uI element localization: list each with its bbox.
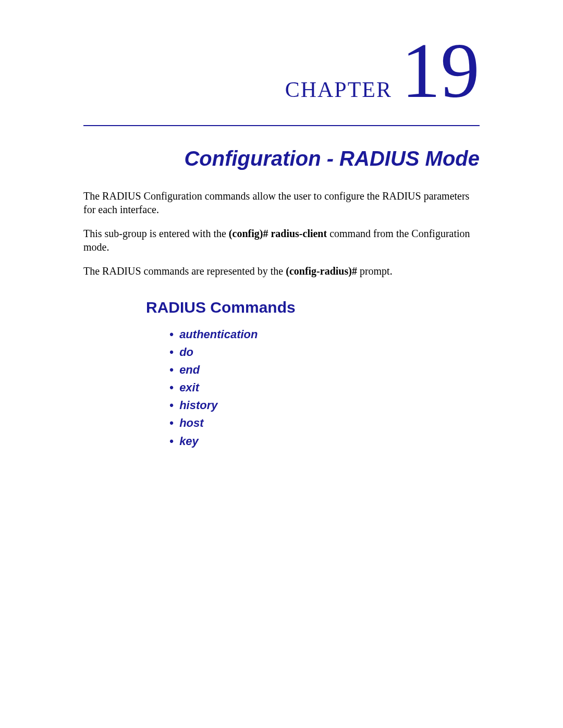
command-name: host	[179, 416, 203, 429]
list-item: • authentication	[167, 326, 480, 343]
list-item: • end	[167, 361, 480, 379]
chapter-header: CHAPTER 19	[83, 31, 480, 109]
intro-paragraph-2: This sub-group is entered with the (conf…	[83, 227, 480, 254]
intro-paragraph-1: The RADIUS Configuration commands allow …	[83, 189, 480, 216]
command-name: do	[179, 346, 193, 359]
chapter-number: 19	[401, 31, 480, 109]
intro-paragraph-3: The RADIUS commands are represented by t…	[83, 264, 480, 278]
bullet-icon: •	[167, 379, 176, 397]
command-name: authentication	[179, 328, 258, 341]
p2-text-pre: This sub-group is entered with the	[83, 228, 229, 239]
list-item: • key	[167, 433, 480, 450]
bullet-icon: •	[167, 326, 176, 343]
p2-text-bold: (config)# radius-client	[229, 228, 327, 239]
list-item: • do	[167, 343, 480, 361]
list-item: • host	[167, 414, 480, 432]
document-page: CHAPTER 19 Configuration - RADIUS Mode T…	[0, 0, 563, 728]
command-name: end	[179, 363, 200, 376]
bullet-icon: •	[167, 433, 176, 450]
p3-text-post: prompt.	[357, 265, 393, 277]
p3-text-bold: (config-radius)#	[286, 265, 357, 277]
command-name: history	[179, 399, 217, 412]
p3-text-pre: The RADIUS commands are represented by t…	[83, 265, 286, 277]
command-list: • authentication • do • end • exit • his…	[167, 326, 480, 450]
list-item: • exit	[167, 379, 480, 397]
bullet-icon: •	[167, 414, 176, 432]
bullet-icon: •	[167, 397, 176, 414]
bullet-icon: •	[167, 343, 176, 361]
horizontal-rule	[83, 125, 480, 126]
command-name: key	[179, 435, 199, 448]
command-name: exit	[179, 381, 199, 394]
bullet-icon: •	[167, 361, 176, 379]
section-heading: RADIUS Commands	[146, 299, 480, 316]
chapter-title: Configuration - RADIUS Mode	[83, 147, 480, 170]
list-item: • history	[167, 397, 480, 414]
chapter-label: CHAPTER	[285, 77, 392, 102]
